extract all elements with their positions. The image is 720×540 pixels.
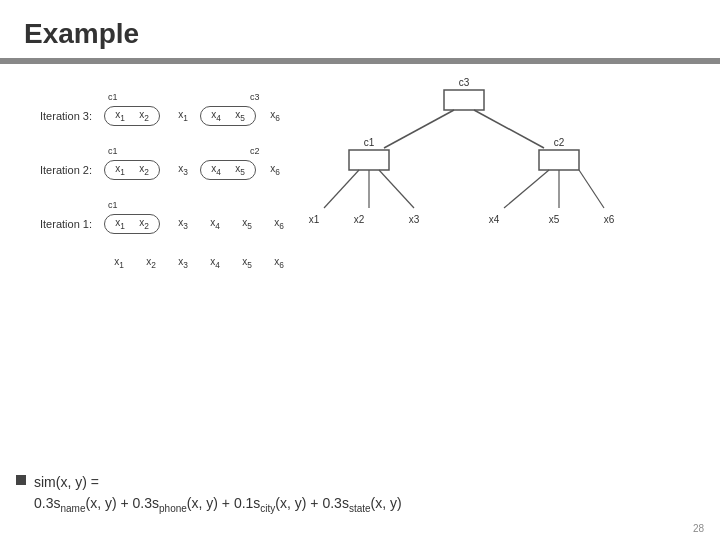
node-x2-1: x2 bbox=[133, 217, 155, 231]
formula-text: sim(x, y) = 0.3sname(x, y) + 0.3sphone(x… bbox=[34, 472, 402, 516]
svg-text:x5: x5 bbox=[549, 214, 560, 225]
node-x3-1: x3 bbox=[172, 217, 194, 231]
top-bar bbox=[0, 58, 720, 64]
node-x4-3: x4 bbox=[205, 109, 227, 123]
right-panel: c3 c1 c2 x1 x2 x3 x4 x5 x6 bbox=[294, 68, 700, 288]
node-x3-2: x3 bbox=[172, 163, 194, 177]
iteration-1-row: Iteration 1: c1 x1 x2 x3 x4 x5 x6 bbox=[40, 202, 294, 246]
node-x4-1: x4 bbox=[204, 217, 226, 231]
node-x6-1: x6 bbox=[268, 217, 290, 231]
tree-diagram: c3 c1 c2 x1 x2 x3 x4 x5 x6 bbox=[294, 68, 634, 288]
page-number: 28 bbox=[693, 523, 704, 534]
base-x3: x3 bbox=[172, 256, 194, 270]
base-x5: x5 bbox=[236, 256, 258, 270]
svg-line-11 bbox=[504, 170, 549, 208]
base-x1: x1 bbox=[108, 256, 130, 270]
node-x1-2: x1 bbox=[109, 163, 131, 177]
iteration-1-label: Iteration 1: bbox=[40, 218, 104, 230]
node-x4-2: x4 bbox=[205, 163, 227, 177]
formula-bullet-row: sim(x, y) = 0.3sname(x, y) + 0.3sphone(x… bbox=[16, 472, 704, 516]
iter3-group1: x1 x2 bbox=[104, 106, 160, 126]
iter1-group1: x1 x2 bbox=[104, 214, 160, 234]
svg-text:x6: x6 bbox=[604, 214, 615, 225]
page-title: Example bbox=[0, 0, 720, 58]
base-x6: x6 bbox=[268, 256, 290, 270]
base-row: x1 x2 x3 x4 x5 x6 bbox=[104, 256, 294, 270]
iteration-2-label: Iteration 2: bbox=[40, 164, 104, 176]
node-x6-2: x6 bbox=[264, 163, 286, 177]
c3-label-3: c3 bbox=[250, 92, 260, 102]
formula-line2: 0.3sname(x, y) + 0.3sphone(x, y) + 0.1sc… bbox=[34, 495, 402, 511]
svg-line-8 bbox=[324, 170, 359, 208]
iter3-group2: x4 x5 bbox=[200, 106, 256, 126]
node-x5-3: x5 bbox=[229, 109, 251, 123]
svg-rect-1 bbox=[444, 90, 484, 110]
iteration-2-row: Iteration 2: c1 x1 x2 x3 c2 x4 x5 bbox=[40, 148, 294, 192]
svg-text:x2: x2 bbox=[354, 214, 365, 225]
svg-line-3 bbox=[474, 110, 544, 148]
node-x5-2: x5 bbox=[229, 163, 251, 177]
c1-label-1: c1 bbox=[108, 200, 118, 210]
svg-text:x4: x4 bbox=[489, 214, 500, 225]
formula-section: sim(x, y) = 0.3sname(x, y) + 0.3sphone(x… bbox=[16, 472, 704, 516]
node-x2: x2 bbox=[133, 109, 155, 123]
c1-label-3: c1 bbox=[108, 92, 118, 102]
svg-text:c2: c2 bbox=[554, 137, 565, 148]
base-x2: x2 bbox=[140, 256, 162, 270]
c1-label-2: c1 bbox=[108, 146, 118, 156]
iter2-group1: x1 x2 bbox=[104, 160, 160, 180]
iteration-3-label: Iteration 3: bbox=[40, 110, 104, 122]
bullet-icon bbox=[16, 475, 26, 485]
content-area: Iteration 3: c1 x1 x2 x1 c3 x4 x5 bbox=[0, 68, 720, 288]
node-x1-1: x1 bbox=[109, 217, 131, 231]
svg-line-13 bbox=[579, 170, 604, 208]
iter2-group2: x4 x5 bbox=[200, 160, 256, 180]
svg-line-2 bbox=[384, 110, 454, 148]
iteration-3-nodes: c1 x1 x2 x1 c3 x4 x5 x6 bbox=[104, 106, 286, 126]
base-x4: x4 bbox=[204, 256, 226, 270]
formula-line1: sim(x, y) = bbox=[34, 474, 99, 490]
node-x6-3: x6 bbox=[264, 109, 286, 123]
node-x2-2: x2 bbox=[133, 163, 155, 177]
iteration-2-nodes: c1 x1 x2 x3 c2 x4 x5 x6 bbox=[104, 160, 286, 180]
svg-text:c3: c3 bbox=[459, 77, 470, 88]
svg-line-10 bbox=[379, 170, 414, 208]
left-panel: Iteration 3: c1 x1 x2 x1 c3 x4 x5 bbox=[20, 68, 294, 288]
node-x1: x1 bbox=[109, 109, 131, 123]
iteration-3-row: Iteration 3: c1 x1 x2 x1 c3 x4 x5 bbox=[40, 94, 294, 138]
c2-label-2: c2 bbox=[250, 146, 260, 156]
node-x5-1: x5 bbox=[236, 217, 258, 231]
svg-text:x1: x1 bbox=[309, 214, 320, 225]
svg-text:c1: c1 bbox=[364, 137, 375, 148]
iteration-1-nodes: c1 x1 x2 x3 x4 x5 x6 bbox=[104, 214, 294, 234]
svg-rect-5 bbox=[349, 150, 389, 170]
node-x1-sep: x1 bbox=[172, 109, 194, 123]
svg-text:x3: x3 bbox=[409, 214, 420, 225]
svg-rect-7 bbox=[539, 150, 579, 170]
